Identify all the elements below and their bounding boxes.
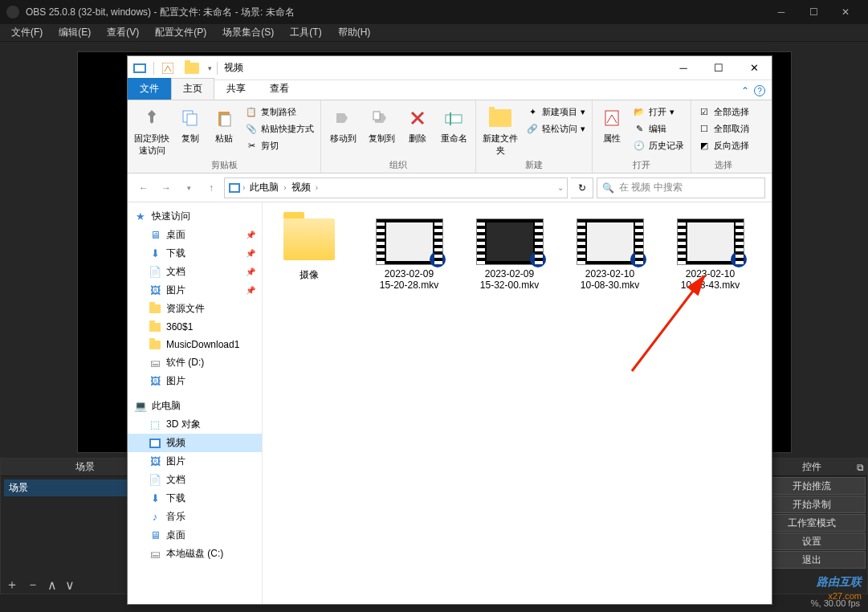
- search-input[interactable]: 🔍 在 视频 中搜索: [597, 177, 765, 198]
- sidebar-360[interactable]: 360$1: [128, 318, 262, 336]
- file-label: 15-32-00.mkv: [480, 279, 539, 291]
- sidebar-quick-access[interactable]: ★快速访问: [128, 207, 262, 226]
- copy-button[interactable]: 复制: [176, 102, 205, 157]
- menu-profiles[interactable]: 配置文件(P): [147, 24, 214, 41]
- sidebar-localdisk-c[interactable]: 🖴本地磁盘 (C:): [128, 545, 262, 563]
- breadcrumb-videos[interactable]: 视频: [288, 181, 314, 194]
- qat-properties-icon[interactable]: [156, 56, 180, 80]
- copy-to-button[interactable]: 复制到: [365, 102, 398, 157]
- obs-minimize-button[interactable]: ─: [765, 0, 797, 24]
- settings-button[interactable]: 设置: [758, 532, 866, 550]
- delete-button[interactable]: 删除: [403, 102, 432, 157]
- tab-share[interactable]: 共享: [214, 78, 258, 100]
- cut-button[interactable]: ✂剪切: [243, 137, 316, 153]
- explorer-close-button[interactable]: ✕: [736, 56, 772, 80]
- menu-help[interactable]: 帮助(H): [330, 24, 379, 41]
- move-to-button[interactable]: 移动到: [326, 102, 360, 157]
- chevron-right-icon[interactable]: ›: [316, 183, 318, 192]
- obs-close-button[interactable]: ✕: [829, 0, 862, 24]
- video-file-item[interactable]: 2023-02-10 10-08-30.mkv: [572, 218, 648, 291]
- sidebar-desktop2[interactable]: 🖥桌面: [128, 526, 262, 545]
- select-all-button[interactable]: ☑全部选择: [696, 104, 751, 120]
- paste-button[interactable]: 粘贴: [210, 102, 238, 157]
- nav-forward-button[interactable]: →: [157, 178, 176, 198]
- qat-folder-icon[interactable]: [180, 56, 204, 80]
- menu-edit[interactable]: 编辑(E): [51, 24, 99, 41]
- history-button[interactable]: 🕘历史记录: [631, 137, 686, 153]
- search-icon: 🔍: [602, 182, 614, 194]
- properties-button[interactable]: 属性: [597, 102, 626, 157]
- sidebar-downloads[interactable]: ⬇下载📌: [128, 244, 262, 263]
- sidebar-thispc[interactable]: 💻此电脑: [128, 397, 262, 415]
- play-overlay-icon: [731, 251, 747, 267]
- folder-icon: [283, 218, 335, 260]
- nav-back-button[interactable]: ←: [134, 178, 153, 198]
- refresh-button[interactable]: ↻: [571, 177, 593, 198]
- breadcrumb[interactable]: › 此电脑 › 视频 › ⌄: [224, 177, 568, 198]
- rename-button[interactable]: 重命名: [437, 102, 471, 157]
- scene-up-button[interactable]: ∧: [47, 577, 57, 593]
- sidebar-pictures2[interactable]: 🖼图片: [128, 372, 262, 390]
- edit-button[interactable]: ✎编辑: [631, 120, 686, 137]
- folder-item[interactable]: 摄像: [271, 218, 347, 291]
- video-file-item[interactable]: 2023-02-09 15-32-00.mkv: [471, 218, 548, 291]
- nav-up-button[interactable]: ↑: [202, 178, 221, 198]
- easy-access-button[interactable]: 🔗轻松访问 ▾: [524, 120, 587, 137]
- copy-path-button[interactable]: 📋复制路径: [243, 104, 316, 120]
- explorer-minimize-button[interactable]: ─: [666, 56, 701, 80]
- video-file-item[interactable]: 2023-02-10 10-08-43.mkv: [672, 218, 748, 291]
- tab-view[interactable]: 查看: [258, 78, 301, 100]
- sidebar-videos[interactable]: 视频: [128, 434, 262, 452]
- open-button[interactable]: 📂打开 ▾: [631, 104, 686, 120]
- breadcrumb-thispc[interactable]: 此电脑: [247, 181, 282, 194]
- tab-file[interactable]: 文件: [128, 78, 171, 100]
- nav-recent-button[interactable]: ▾: [179, 178, 198, 198]
- video-file-item[interactable]: 2023-02-09 15-20-28.mkv: [371, 218, 447, 291]
- sidebar-3d-objects[interactable]: ⬚3D 对象: [128, 415, 262, 434]
- paste-shortcut-button[interactable]: 📎粘贴快捷方式: [243, 120, 316, 137]
- help-icon[interactable]: ?: [754, 85, 765, 96]
- menu-scene-collection[interactable]: 场景集合(S): [214, 24, 282, 41]
- explorer-titlebar[interactable]: ▾ 视频 ─ ☐ ✕: [128, 56, 772, 80]
- invert-selection-button[interactable]: ◩反向选择: [696, 137, 751, 153]
- new-item-button[interactable]: ✦新建项目 ▾: [524, 104, 587, 120]
- chevron-right-icon[interactable]: ›: [242, 183, 245, 192]
- sidebar-documents2[interactable]: 📄文档: [128, 471, 262, 489]
- controls-popout-icon[interactable]: ⧉: [857, 462, 864, 473]
- start-streaming-button[interactable]: 开始推流: [758, 477, 866, 495]
- sidebar-pictures[interactable]: 🖼图片📌: [128, 281, 262, 300]
- menu-tools[interactable]: 工具(T): [282, 24, 329, 41]
- exit-button[interactable]: 退出: [758, 551, 866, 569]
- breadcrumb-dropdown-icon[interactable]: ⌄: [557, 183, 564, 192]
- qat-dropdown-icon[interactable]: ▾: [204, 56, 215, 80]
- pin-to-quick-access-button[interactable]: 固定到快速访问: [132, 102, 171, 157]
- explorer-maximize-button[interactable]: ☐: [701, 56, 736, 80]
- new-folder-button[interactable]: 新建文件夹: [481, 102, 520, 157]
- sidebar-soft-d[interactable]: 🖴软件 (D:): [128, 353, 262, 372]
- file-list[interactable]: 摄像 2023-02-09 15-20-28.mkv 2023-02-09 15…: [263, 202, 772, 604]
- explorer-sidebar[interactable]: ★快速访问 🖥桌面📌 ⬇下载📌 📄文档📌 🖼图片📌 资源文件 360$1 Mus…: [128, 202, 263, 604]
- video-library-icon: [228, 182, 241, 194]
- menu-file[interactable]: 文件(F): [3, 24, 51, 41]
- sidebar-desktop[interactable]: 🖥桌面📌: [128, 226, 262, 244]
- chevron-right-icon[interactable]: ›: [283, 183, 286, 192]
- scene-down-button[interactable]: ∨: [65, 577, 75, 593]
- select-none-button[interactable]: ☐全部取消: [696, 120, 751, 137]
- menu-view[interactable]: 查看(V): [99, 24, 147, 41]
- start-recording-button[interactable]: 开始录制: [758, 496, 866, 513]
- studio-mode-button[interactable]: 工作室模式: [758, 514, 866, 532]
- sidebar-music[interactable]: ♪音乐: [128, 508, 262, 526]
- sidebar-downloads2[interactable]: ⬇下载: [128, 489, 262, 508]
- sidebar-resources[interactable]: 资源文件: [128, 300, 262, 318]
- copy-icon: [177, 105, 203, 131]
- ribbon-collapse[interactable]: ⌃ ?: [735, 82, 772, 100]
- obs-maximize-button[interactable]: ☐: [797, 0, 829, 24]
- sidebar-documents[interactable]: 📄文档📌: [128, 263, 262, 281]
- scenes-title: 场景: [75, 460, 95, 474]
- tab-home[interactable]: 主页: [171, 78, 214, 100]
- scene-add-button[interactable]: ＋: [6, 577, 18, 594]
- sidebar-pictures3[interactable]: 🖼图片: [128, 452, 262, 471]
- scene-remove-button[interactable]: －: [26, 577, 39, 594]
- clipboard-group-label: 剪贴板: [132, 157, 316, 173]
- sidebar-musicdownload[interactable]: MusicDownload1: [128, 336, 262, 353]
